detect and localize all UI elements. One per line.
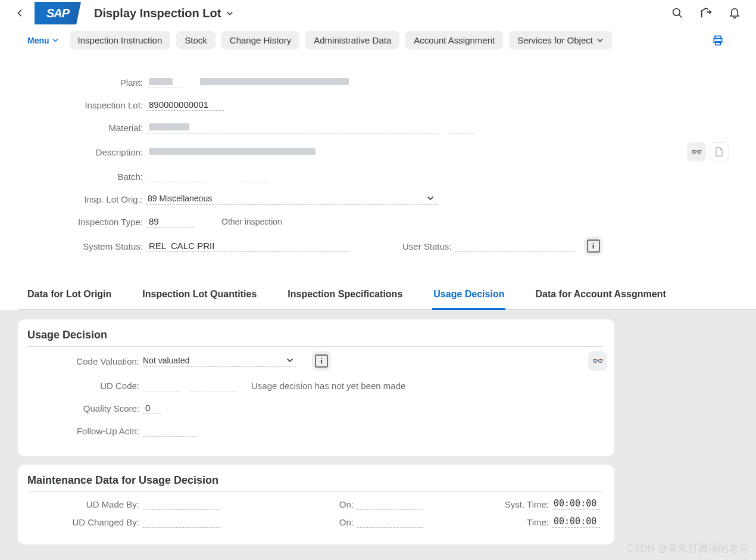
header-form: Plant Inspection Lot 890000000001 Materi… bbox=[0, 57, 756, 269]
display-details-button[interactable]: 👓 bbox=[687, 142, 706, 161]
account-assignment-button[interactable]: Account Assignment bbox=[405, 31, 503, 49]
lot-origin-value: 89 Miscellaneous bbox=[148, 194, 212, 203]
page-title: Display Inspection Lot bbox=[94, 7, 221, 20]
material-field bbox=[146, 122, 438, 133]
user-status-label: User Status bbox=[402, 241, 455, 251]
chevron-left-icon bbox=[16, 9, 24, 17]
ud-changed-by-label: UD Changed By: bbox=[30, 517, 143, 527]
back-button[interactable] bbox=[10, 9, 31, 17]
quality-score-label: Quality Score bbox=[30, 403, 143, 413]
content-area: Usage Decision Code Valuation Not valuat… bbox=[0, 310, 756, 560]
plant-label: Plant bbox=[27, 77, 146, 88]
ud-made-on-label: On: bbox=[220, 499, 357, 509]
follow-up-label: Follow-Up Actn bbox=[30, 426, 143, 436]
user-status-field bbox=[455, 240, 574, 252]
tab-data-for-account-assignment[interactable]: Data for Account Assgnment bbox=[534, 283, 667, 309]
quality-score-field: 0 bbox=[143, 402, 161, 414]
info-icon: i bbox=[587, 239, 600, 253]
description-field bbox=[146, 146, 438, 158]
plant-desc-field bbox=[198, 76, 352, 88]
chevron-down-icon bbox=[226, 9, 234, 17]
print-button[interactable] bbox=[712, 35, 729, 46]
system-status-field: REL CALC PRII bbox=[146, 240, 349, 252]
batch-extra-field bbox=[239, 170, 269, 182]
notifications-button[interactable] bbox=[723, 1, 746, 25]
ud-changed-on-label: On: bbox=[220, 517, 357, 527]
description-label: Description bbox=[27, 147, 146, 157]
maintenance-title: Maintenance Data for Usage Decision bbox=[27, 474, 602, 492]
exit-icon bbox=[699, 7, 713, 20]
inspection-type-desc: Other inspection bbox=[221, 217, 282, 226]
plant-field bbox=[146, 76, 182, 88]
detail-view-button[interactable]: 👓 bbox=[588, 351, 607, 371]
ud-changed-by-field bbox=[143, 516, 220, 528]
exit-button[interactable] bbox=[694, 1, 718, 25]
material-extra-field bbox=[450, 122, 474, 133]
ud-code-label: UD Code bbox=[30, 381, 143, 391]
document-button[interactable] bbox=[710, 142, 729, 161]
svg-point-0 bbox=[673, 9, 680, 16]
info-icon: i bbox=[315, 354, 328, 368]
chevron-down-icon bbox=[286, 356, 294, 365]
follow-up-field bbox=[143, 425, 196, 437]
inspection-lot-label: Inspection Lot bbox=[27, 100, 146, 110]
search-icon bbox=[671, 7, 683, 19]
ud-changed-on-field bbox=[357, 516, 423, 528]
code-valuation-info-button[interactable]: i bbox=[312, 351, 331, 371]
tab-strip: Data for Lot Origin Inspection Lot Quant… bbox=[18, 283, 756, 310]
batch-field bbox=[146, 170, 206, 182]
inspection-lot-field: 890000000001 bbox=[146, 99, 224, 111]
time-label: Time: bbox=[423, 517, 552, 527]
usage-decision-title: Usage Decision bbox=[27, 329, 602, 347]
chevron-down-icon bbox=[52, 37, 59, 44]
syst-time-field: 00:00:00 bbox=[552, 498, 600, 510]
system-status-label: System Status bbox=[27, 241, 146, 251]
search-button[interactable] bbox=[666, 1, 689, 25]
administrative-data-button[interactable]: Administrative Data bbox=[305, 31, 399, 49]
toolbar: Menu Inspection Instruction Stock Change… bbox=[0, 26, 756, 57]
document-icon bbox=[715, 147, 723, 157]
svg-line-1 bbox=[679, 15, 682, 18]
menu-label: Menu bbox=[27, 36, 49, 45]
ud-made-by-field bbox=[143, 498, 220, 510]
status-info-button[interactable]: i bbox=[584, 237, 603, 256]
tab-data-for-lot-origin[interactable]: Data for Lot Origin bbox=[26, 283, 113, 309]
code-valuation-select[interactable]: Not valuated bbox=[143, 356, 296, 367]
services-for-object-button[interactable]: Services for Object bbox=[509, 31, 612, 49]
inspection-type-label: Inspection Type bbox=[27, 217, 146, 227]
code-valuation-label: Code Valuation bbox=[30, 356, 143, 366]
ud-message: Usage decision has not yet been made bbox=[251, 381, 405, 391]
ud-made-on-field bbox=[357, 498, 423, 510]
inspection-type-field: 89 bbox=[146, 216, 194, 228]
glasses-icon: 👓 bbox=[592, 356, 604, 366]
tab-inspection-lot-quantities[interactable]: Inspection Lot Quantities bbox=[141, 283, 258, 309]
lot-origin-select[interactable]: 89 Miscellaneous bbox=[146, 194, 438, 205]
time-field: 00:00:00 bbox=[552, 516, 600, 528]
menu-button[interactable]: Menu bbox=[27, 36, 59, 45]
ud-made-by-label: UD Made By: bbox=[30, 499, 143, 509]
page-title-dropdown[interactable]: Display Inspection Lot bbox=[94, 7, 234, 20]
bell-icon bbox=[729, 7, 741, 19]
usage-decision-card: Usage Decision Code Valuation Not valuat… bbox=[18, 319, 614, 456]
watermark: CSDN @喜欢打酱油的老鸟 bbox=[626, 542, 749, 555]
sap-logo: SAP bbox=[35, 2, 81, 24]
chevron-down-icon bbox=[596, 37, 604, 44]
code-valuation-value: Not valuated bbox=[143, 356, 190, 365]
batch-label: Batch bbox=[27, 172, 146, 182]
inspection-instruction-button[interactable]: Inspection Instruction bbox=[70, 31, 171, 49]
print-icon bbox=[712, 35, 724, 46]
tab-inspection-specifications[interactable]: Inspection Specifications bbox=[286, 283, 404, 309]
material-label: Material bbox=[27, 123, 146, 133]
ud-code-field-2 bbox=[189, 379, 237, 391]
chevron-down-icon bbox=[426, 194, 435, 203]
syst-time-label: Syst. Time: bbox=[423, 499, 552, 509]
ud-code-field bbox=[143, 379, 181, 391]
maintenance-card: Maintenance Data for Usage Decision UD M… bbox=[18, 465, 614, 545]
tab-usage-decision[interactable]: Usage Decision bbox=[432, 283, 505, 310]
change-history-button[interactable]: Change History bbox=[221, 31, 299, 49]
stock-button[interactable]: Stock bbox=[176, 31, 215, 49]
glasses-icon: 👓 bbox=[691, 147, 702, 157]
shell-header: SAP Display Inspection Lot bbox=[0, 0, 756, 26]
lot-origin-label: Insp. Lot Orig. bbox=[27, 194, 146, 204]
